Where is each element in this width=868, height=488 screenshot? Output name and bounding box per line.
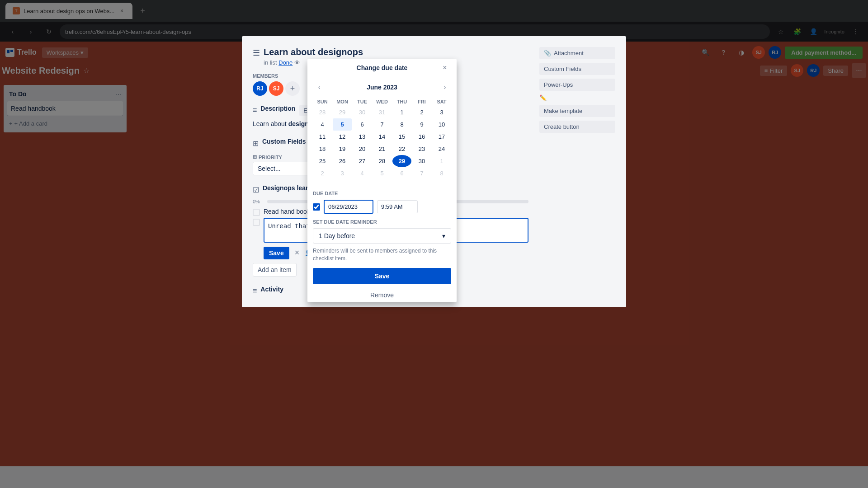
cal-day[interactable]: 8	[392, 118, 411, 131]
cal-day[interactable]: 15	[392, 131, 411, 143]
cal-day[interactable]: 13	[353, 131, 372, 143]
cal-day[interactable]: 18	[313, 143, 332, 155]
cal-day[interactable]: 28	[313, 106, 332, 118]
cal-day[interactable]: 12	[333, 131, 352, 143]
calendar-modal: Change due date × ‹ June 2023 › SUN MON …	[307, 59, 457, 302]
member-avatar-rj[interactable]: RJ	[253, 81, 267, 96]
day-header-fri: FRI	[412, 97, 431, 106]
cal-day[interactable]: 6	[392, 167, 411, 179]
list-link[interactable]: Done	[278, 59, 292, 66]
reminder-section: Set due date reminder 1 Day before ▾ Rem…	[307, 219, 457, 268]
cal-day[interactable]: 31	[373, 106, 392, 118]
cal-day[interactable]: 16	[412, 131, 431, 143]
due-inputs	[313, 200, 451, 214]
cal-day[interactable]: 2	[313, 167, 332, 179]
sidebar-edit: ✏️	[539, 94, 615, 101]
cal-day[interactable]: 20	[353, 143, 372, 155]
cal-day[interactable]: 14	[373, 131, 392, 143]
cal-day[interactable]: 3	[432, 106, 451, 118]
cal-day[interactable]: 11	[313, 131, 332, 143]
prev-month-btn[interactable]: ‹	[313, 81, 326, 94]
calendar-dialog-title: Change due date	[357, 64, 408, 71]
make-template-btn[interactable]: Make template	[539, 105, 615, 117]
due-date-checkbox[interactable]	[313, 203, 320, 211]
cal-day[interactable]: 22	[392, 143, 411, 155]
week-5: 25 26 27 28 29 30 1	[313, 155, 451, 167]
cal-day[interactable]: 1	[392, 106, 411, 118]
board-background: Website Redesign ☆ ≡ Filter SJ RJ Share …	[0, 63, 868, 466]
calendar-close-btn[interactable]: ×	[439, 61, 451, 74]
card-icon: ☰	[253, 48, 260, 58]
due-time-input[interactable]	[377, 200, 418, 213]
add-item-btn[interactable]: Add an item	[253, 263, 297, 277]
day-header-thu: THU	[392, 97, 411, 106]
checklist-text-1: Read hand book	[264, 208, 310, 215]
reminder-caret-icon: ▾	[442, 232, 445, 239]
cal-day[interactable]: 30	[353, 106, 372, 118]
cal-day[interactable]: 8	[432, 167, 451, 179]
activity-label: Activity	[260, 286, 283, 293]
week-1: 28 29 30 31 1 2 3	[313, 106, 451, 118]
week-2: 4 5 6 7 8 9 10	[313, 118, 451, 131]
power-ups-btn[interactable]: Power-Ups	[539, 79, 615, 91]
calendar-remove-btn[interactable]: Remove	[307, 288, 457, 302]
calendar-grid: SUN MON TUE WED THU FRI SAT 28 29 30 31 …	[307, 97, 457, 185]
members-section: Members RJ SJ +	[253, 73, 300, 96]
checkbox-2[interactable]	[253, 219, 260, 226]
calendar-header-bar: Change due date ×	[307, 59, 457, 77]
cal-day[interactable]: 17	[432, 131, 451, 143]
cal-day[interactable]: 7	[373, 118, 392, 131]
cal-day[interactable]: 6	[353, 118, 372, 131]
cal-day[interactable]: 9	[412, 118, 431, 131]
next-month-btn[interactable]: ›	[439, 81, 451, 94]
checkbox-1[interactable]	[253, 209, 260, 216]
calendar-nav: ‹ June 2023 ›	[307, 77, 457, 97]
add-member-btn[interactable]: +	[285, 81, 300, 96]
cal-day[interactable]: 5	[373, 167, 392, 179]
cal-day[interactable]: 2	[412, 106, 431, 118]
reminder-select[interactable]: 1 Day before ▾	[313, 228, 451, 244]
cal-day[interactable]: 19	[333, 143, 352, 155]
create-button-btn[interactable]: Create button	[539, 121, 615, 133]
sidebar-attachment: 📎 Attachment	[539, 47, 615, 59]
cal-day[interactable]: 1	[432, 155, 451, 167]
cal-day[interactable]: 4	[353, 167, 372, 179]
week-6: 2 3 4 5 6 7 8	[313, 167, 451, 179]
reminder-note: Reminders will be sent to members assign…	[313, 247, 451, 263]
attachment-btn[interactable]: 📎 Attachment	[539, 47, 615, 59]
custom-fields-btn[interactable]: Custom Fields	[539, 63, 615, 75]
cal-day[interactable]: 26	[333, 155, 352, 167]
day-header-tue: TUE	[353, 97, 372, 106]
cal-day[interactable]: 28	[373, 155, 392, 167]
day-headers-row: SUN MON TUE WED THU FRI SAT	[313, 97, 451, 106]
cal-day[interactable]: 23	[412, 143, 431, 155]
cal-day[interactable]: 27	[353, 155, 372, 167]
cal-day[interactable]: 4	[313, 118, 332, 131]
cal-day[interactable]: 3	[333, 167, 352, 179]
cal-day[interactable]: 10	[432, 118, 451, 131]
due-date-label: Due date	[313, 191, 451, 196]
cal-day[interactable]: 24	[432, 143, 451, 155]
calendar-save-btn[interactable]: Save	[313, 268, 451, 284]
edit-btn[interactable]: ✏️	[539, 94, 615, 101]
checklist-save-btn[interactable]: Save	[264, 247, 289, 259]
cal-day-selected[interactable]: 29	[392, 155, 411, 167]
checklist-cancel-btn[interactable]: ×	[293, 246, 302, 259]
sidebar-create-button: Create button	[539, 121, 615, 133]
reminder-label: Set due date reminder	[313, 219, 451, 225]
cal-day-today[interactable]: 5	[333, 118, 352, 131]
description-icon: ≡	[253, 106, 257, 114]
cal-day[interactable]: 7	[412, 167, 431, 179]
description-label: Description	[260, 105, 295, 112]
day-header-mon: MON	[333, 97, 352, 106]
cal-day[interactable]: 29	[333, 106, 352, 118]
cal-day[interactable]: 25	[313, 155, 332, 167]
cal-day[interactable]: 21	[373, 143, 392, 155]
sidebar-make-template: Make template	[539, 105, 615, 117]
progress-pct: 0%	[253, 199, 264, 204]
members-label: Members	[253, 73, 300, 79]
member-avatar-sj[interactable]: SJ	[269, 81, 283, 96]
due-date-input[interactable]	[324, 200, 373, 214]
cal-day[interactable]: 30	[412, 155, 431, 167]
activity-icon: ≡	[253, 287, 257, 295]
